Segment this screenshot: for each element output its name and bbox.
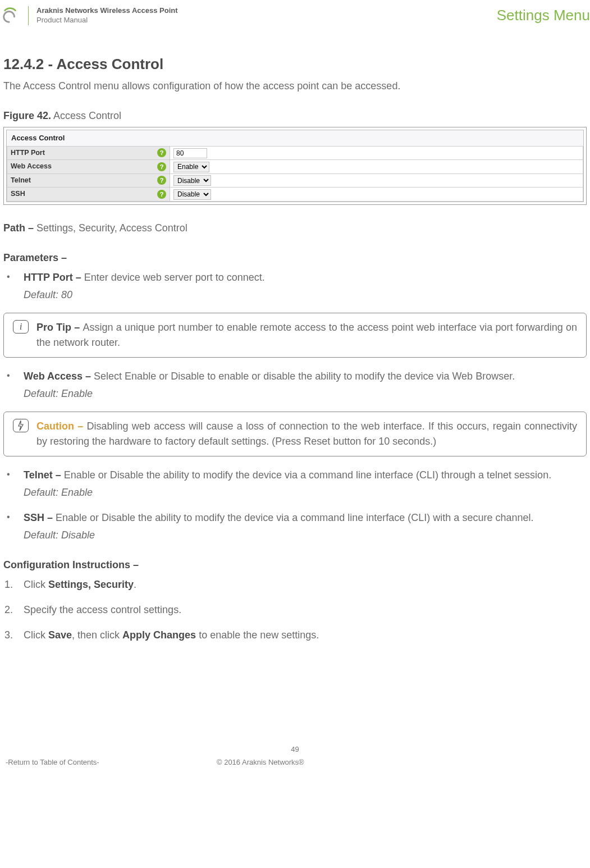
telnet-select[interactable]: Disable bbox=[173, 175, 211, 186]
table-row: Telnet ? Disable bbox=[7, 173, 583, 188]
caution-text: Disabling web access will cause a loss o… bbox=[36, 421, 577, 447]
list-item: Web Access – Select Enable or Disable to… bbox=[3, 369, 587, 401]
step-bold-2: Apply Changes bbox=[122, 629, 196, 641]
row-value-cell: Disable bbox=[170, 188, 583, 202]
param-default: Default: 80 bbox=[24, 287, 587, 303]
list-item: HTTP Port – Enter device web server port… bbox=[3, 270, 587, 303]
page-content: 12.4.2 - Access Control The Access Contr… bbox=[0, 31, 590, 643]
help-icon[interactable]: ? bbox=[157, 162, 166, 171]
access-control-panel: Access Control HTTP Port ? Web Access ? bbox=[6, 130, 584, 202]
footer-spacer bbox=[489, 757, 584, 768]
table-row: SSH ? Disable bbox=[7, 188, 583, 202]
caution-label: Caution – bbox=[36, 421, 86, 432]
header-subtitle: Product Manual bbox=[36, 16, 178, 25]
param-name: SSH – bbox=[24, 512, 56, 523]
panel-title: Access Control bbox=[7, 130, 583, 146]
table-row: HTTP Port ? bbox=[7, 146, 583, 160]
parameters-list-3: Telnet – Enable or Disable the ability t… bbox=[3, 468, 587, 543]
config-heading: Configuration Instructions – bbox=[3, 558, 587, 573]
row-label-http-port: HTTP Port ? bbox=[7, 146, 170, 160]
path-line: Path – Settings, Security, Access Contro… bbox=[3, 221, 587, 236]
parameters-list: HTTP Port – Enter device web server port… bbox=[3, 270, 587, 303]
param-desc: Select Enable or Disable to enable or di… bbox=[94, 371, 515, 382]
page-number: 49 bbox=[0, 744, 590, 755]
param-desc: Enter device web server port to connect. bbox=[84, 272, 265, 283]
section-heading: 12.4.2 - Access Control bbox=[3, 53, 587, 75]
figure-label-bold: Figure 42. bbox=[3, 110, 51, 121]
footer-row: -Return to Table of Contents- © 2016 Ara… bbox=[0, 757, 590, 774]
table-row: Web Access ? Enable bbox=[7, 160, 583, 174]
section-intro: The Access Control menu allows configura… bbox=[3, 79, 587, 94]
pro-tip-text: Assign a unique port number to enable re… bbox=[36, 322, 577, 348]
step-bold: Save bbox=[48, 629, 72, 641]
pro-tip-callout: i Pro Tip – Assign a unique port number … bbox=[3, 313, 587, 358]
caution-icon bbox=[13, 419, 29, 432]
figure-label: Figure 42. Access Control bbox=[3, 108, 587, 124]
parameters-list-2: Web Access – Select Enable or Disable to… bbox=[3, 369, 587, 401]
header-divider bbox=[28, 6, 29, 25]
row-value-cell bbox=[170, 146, 583, 160]
caution-callout: Caution – Disabling web access will caus… bbox=[3, 412, 587, 456]
pro-tip-label: Pro Tip – bbox=[36, 322, 83, 333]
header-left: Araknis Networks Wireless Access Point P… bbox=[0, 6, 178, 26]
param-name: Web Access – bbox=[24, 371, 94, 382]
copyright-text: © 2016 Araknis Networks® bbox=[217, 757, 304, 768]
return-toc-link[interactable]: -Return to Table of Contents- bbox=[6, 757, 99, 768]
parameters-heading: Parameters – bbox=[3, 250, 587, 266]
param-name: Telnet – bbox=[24, 469, 64, 481]
brand-logo-icon bbox=[0, 6, 20, 26]
list-item: Click Settings, Security. bbox=[3, 577, 587, 592]
path-label: Path – bbox=[3, 222, 36, 234]
web-access-select[interactable]: Enable bbox=[173, 162, 209, 172]
path-value: Settings, Security, Access Control bbox=[36, 222, 187, 234]
row-value-cell: Enable bbox=[170, 160, 583, 174]
param-default: Default: Disable bbox=[24, 528, 587, 543]
instructions-list: Click Settings, Security. Specify the ac… bbox=[3, 577, 587, 643]
http-port-input[interactable] bbox=[173, 148, 207, 158]
param-name: HTTP Port – bbox=[24, 272, 84, 283]
figure-label-rest: Access Control bbox=[51, 110, 121, 121]
list-item: Telnet – Enable or Disable the ability t… bbox=[3, 468, 587, 500]
page-footer: 49 -Return to Table of Contents- © 2016 … bbox=[0, 744, 590, 774]
row-label-ssh: SSH ? bbox=[7, 188, 170, 202]
param-desc: Enable or Disable the ability to modify … bbox=[56, 512, 533, 523]
ssh-select[interactable]: Disable bbox=[173, 189, 211, 200]
access-control-table: HTTP Port ? Web Access ? Enable bbox=[7, 146, 583, 202]
header-menu-label: Settings Menu bbox=[497, 4, 590, 26]
param-default: Default: Enable bbox=[24, 386, 587, 401]
header-product-name: Araknis Networks Wireless Access Point bbox=[36, 6, 178, 16]
param-desc: Enable or Disable the ability to modify … bbox=[64, 469, 551, 481]
list-item: Specify the access control settings. bbox=[3, 602, 587, 618]
help-icon[interactable]: ? bbox=[157, 190, 166, 199]
info-icon: i bbox=[13, 320, 29, 334]
figure-container: Access Control HTTP Port ? Web Access ? bbox=[3, 127, 587, 205]
row-value-cell: Disable bbox=[170, 173, 583, 188]
header-title-block: Araknis Networks Wireless Access Point P… bbox=[36, 6, 178, 25]
row-label-web-access: Web Access ? bbox=[7, 160, 170, 174]
step-bold: Settings, Security bbox=[48, 579, 134, 590]
param-default: Default: Enable bbox=[24, 485, 587, 500]
list-item: SSH – Enable or Disable the ability to m… bbox=[3, 510, 587, 543]
row-label-telnet: Telnet ? bbox=[7, 173, 170, 188]
help-icon[interactable]: ? bbox=[157, 148, 166, 157]
page-header: Araknis Networks Wireless Access Point P… bbox=[0, 0, 590, 31]
list-item: Click Save, then click Apply Changes to … bbox=[3, 628, 587, 643]
help-icon[interactable]: ? bbox=[157, 176, 166, 185]
